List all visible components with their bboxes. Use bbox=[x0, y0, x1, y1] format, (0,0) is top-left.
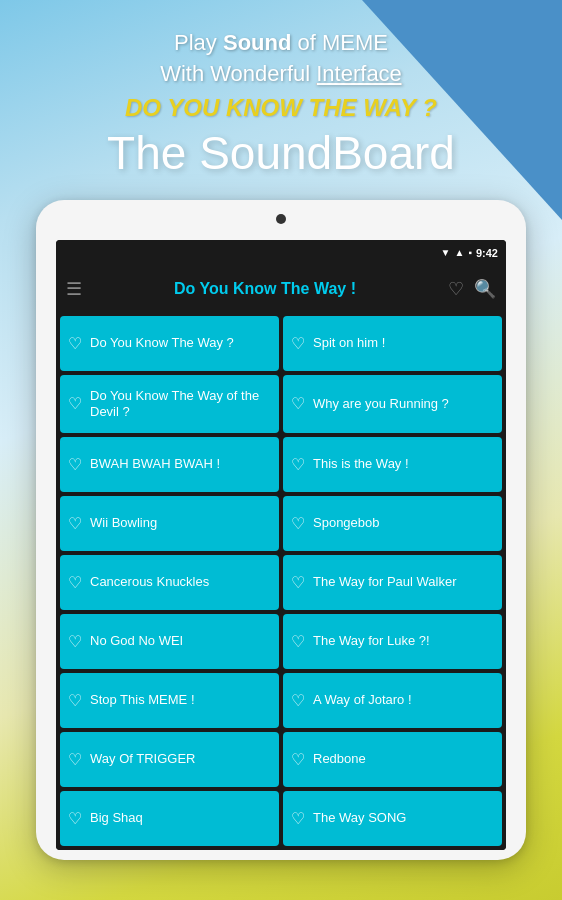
sound-grid: ♡Do You Know The Way ?♡Spit on him !♡Do … bbox=[56, 312, 506, 850]
heart-icon-way-of-jotaro: ♡ bbox=[291, 691, 305, 710]
do-you-know-heading: DO YOU KNOW THE WAY ? bbox=[20, 94, 542, 122]
sound-button-way-for-luke[interactable]: ♡The Way for Luke ?! bbox=[283, 614, 502, 669]
sound-label-way-paul-walker: The Way for Paul Walker bbox=[313, 574, 457, 590]
heart-icon-way-of-trigger: ♡ bbox=[68, 750, 82, 769]
heart-icon-way-for-luke: ♡ bbox=[291, 632, 305, 651]
sound-label-cancerous-knuckles: Cancerous Knuckles bbox=[90, 574, 209, 590]
sound-button-way-paul-walker[interactable]: ♡The Way for Paul Walker bbox=[283, 555, 502, 610]
sound-button-wii-bowling[interactable]: ♡Wii Bowling bbox=[60, 496, 279, 551]
sound-button-why-running[interactable]: ♡Why are you Running ? bbox=[283, 375, 502, 433]
app-bar-title: Do You Know The Way ! bbox=[92, 280, 438, 298]
status-icons: ▼ ▲ ▪ 9:42 bbox=[441, 247, 498, 259]
phone-outer-shell: ▼ ▲ ▪ 9:42 ☰ Do You Know The Way ! ♡ 🔍 ♡… bbox=[36, 200, 526, 860]
app-bar: ☰ Do You Know The Way ! ♡ 🔍 bbox=[56, 266, 506, 312]
header-section: Play Sound of MEME With Wonderful Interf… bbox=[0, 0, 562, 190]
sound-button-do-you-know-devil[interactable]: ♡Do You Know The Way of the Devil ? bbox=[60, 375, 279, 433]
search-button[interactable]: 🔍 bbox=[474, 278, 496, 300]
heart-icon-do-you-know-devil: ♡ bbox=[68, 394, 82, 413]
heart-icon-cancerous-knuckles: ♡ bbox=[68, 573, 82, 592]
sound-button-spongebob[interactable]: ♡Spongebob bbox=[283, 496, 502, 551]
hamburger-menu-button[interactable]: ☰ bbox=[66, 278, 82, 300]
heart-icon-bwah: ♡ bbox=[68, 455, 82, 474]
sound-button-do-you-know[interactable]: ♡Do You Know The Way ? bbox=[60, 316, 279, 371]
sound-label-bwah: BWAH BWAH BWAH ! bbox=[90, 456, 220, 472]
heart-icon-the-way-song: ♡ bbox=[291, 809, 305, 828]
sound-button-no-god-no-wei[interactable]: ♡No God No WEI bbox=[60, 614, 279, 669]
sound-button-bwah[interactable]: ♡BWAH BWAH BWAH ! bbox=[60, 437, 279, 492]
heart-icon-no-god-no-wei: ♡ bbox=[68, 632, 82, 651]
sound-label-do-you-know-devil: Do You Know The Way of the Devil ? bbox=[90, 388, 271, 419]
sound-label-wii-bowling: Wii Bowling bbox=[90, 515, 157, 531]
heart-icon-spongebob: ♡ bbox=[291, 514, 305, 533]
heart-icon-big-shaq: ♡ bbox=[68, 809, 82, 828]
sound-label-do-you-know: Do You Know The Way ? bbox=[90, 335, 234, 351]
tagline-bold: Sound bbox=[223, 30, 291, 55]
sound-label-way-of-jotaro: A Way of Jotaro ! bbox=[313, 692, 412, 708]
wifi-icon: ▼ bbox=[441, 247, 451, 258]
signal-icon: ▲ bbox=[455, 247, 465, 258]
tagline-underline: Interface bbox=[316, 61, 402, 86]
heart-icon-stop-meme: ♡ bbox=[68, 691, 82, 710]
sound-button-big-shaq[interactable]: ♡Big Shaq bbox=[60, 791, 279, 846]
sound-label-this-is-the-way: This is the Way ! bbox=[313, 456, 409, 472]
sound-label-way-for-luke: The Way for Luke ?! bbox=[313, 633, 430, 649]
battery-icon: ▪ bbox=[468, 247, 472, 258]
sound-label-big-shaq: Big Shaq bbox=[90, 810, 143, 826]
tagline: Play Sound of MEME With Wonderful Interf… bbox=[20, 28, 542, 90]
status-time: 9:42 bbox=[476, 247, 498, 259]
sound-label-spit-on-him: Spit on him ! bbox=[313, 335, 385, 351]
heart-icon-do-you-know: ♡ bbox=[68, 334, 82, 353]
tagline-line2-part1: With Wonderful bbox=[160, 61, 316, 86]
heart-icon-spit-on-him: ♡ bbox=[291, 334, 305, 353]
sound-button-way-of-trigger[interactable]: ♡Way Of TRIGGER bbox=[60, 732, 279, 787]
sound-button-cancerous-knuckles[interactable]: ♡Cancerous Knuckles bbox=[60, 555, 279, 610]
tagline-part2: of MEME bbox=[291, 30, 388, 55]
status-bar: ▼ ▲ ▪ 9:42 bbox=[56, 240, 506, 266]
sound-label-stop-meme: Stop This MEME ! bbox=[90, 692, 195, 708]
sound-label-no-god-no-wei: No God No WEI bbox=[90, 633, 183, 649]
sound-label-why-running: Why are you Running ? bbox=[313, 396, 449, 412]
phone-screen: ▼ ▲ ▪ 9:42 ☰ Do You Know The Way ! ♡ 🔍 ♡… bbox=[56, 240, 506, 850]
phone-camera bbox=[276, 214, 286, 224]
sound-label-way-of-trigger: Way Of TRIGGER bbox=[90, 751, 195, 767]
sound-label-spongebob: Spongebob bbox=[313, 515, 380, 531]
sound-button-spit-on-him[interactable]: ♡Spit on him ! bbox=[283, 316, 502, 371]
sound-label-the-way-song: The Way SONG bbox=[313, 810, 406, 826]
sound-button-stop-meme[interactable]: ♡Stop This MEME ! bbox=[60, 673, 279, 728]
sound-button-the-way-song[interactable]: ♡The Way SONG bbox=[283, 791, 502, 846]
soundboard-title: The SoundBoard bbox=[20, 126, 542, 180]
heart-icon-why-running: ♡ bbox=[291, 394, 305, 413]
phone-mockup: ▼ ▲ ▪ 9:42 ☰ Do You Know The Way ! ♡ 🔍 ♡… bbox=[36, 200, 526, 860]
sound-button-redbone[interactable]: ♡Redbone bbox=[283, 732, 502, 787]
heart-icon-way-paul-walker: ♡ bbox=[291, 573, 305, 592]
heart-icon-wii-bowling: ♡ bbox=[68, 514, 82, 533]
sound-label-redbone: Redbone bbox=[313, 751, 366, 767]
tagline-part1: Play bbox=[174, 30, 223, 55]
heart-icon-this-is-the-way: ♡ bbox=[291, 455, 305, 474]
heart-icon-redbone: ♡ bbox=[291, 750, 305, 769]
sound-button-way-of-jotaro[interactable]: ♡A Way of Jotaro ! bbox=[283, 673, 502, 728]
favorite-button[interactable]: ♡ bbox=[448, 278, 464, 300]
sound-button-this-is-the-way[interactable]: ♡This is the Way ! bbox=[283, 437, 502, 492]
